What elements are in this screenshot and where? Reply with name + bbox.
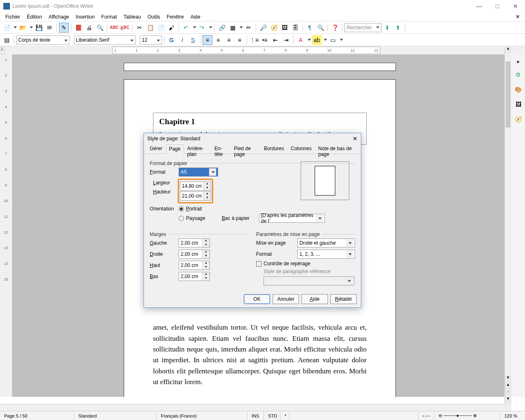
email-icon[interactable]: ✉ xyxy=(45,23,54,33)
gallery-icon[interactable]: 🖼 xyxy=(280,23,290,33)
paragraph-2[interactable]: amet, eleifend vestibulum tortor. Ut vel… xyxy=(153,322,367,387)
open-dropdown[interactable] xyxy=(30,26,33,28)
status-page[interactable]: Page 5 / 50 xyxy=(0,411,74,420)
nonprinting-icon[interactable]: ¶ xyxy=(305,23,315,33)
open-icon[interactable]: 📂 xyxy=(18,23,28,33)
margin-left-spin[interactable]: ▲▼ xyxy=(179,238,210,248)
minimize-button[interactable]: — xyxy=(473,3,485,9)
menu-fenetre[interactable]: Fenêtre xyxy=(164,13,186,21)
status-lang[interactable]: Français (France) xyxy=(157,411,247,420)
styles-dialog-icon[interactable]: ▤ xyxy=(2,35,12,45)
table-dropdown[interactable] xyxy=(240,26,243,28)
reset-button[interactable]: Rétablir xyxy=(330,294,357,304)
tab-arriere-plan[interactable]: Arrière-plan xyxy=(184,144,211,153)
zoom-icon[interactable]: 🔍 xyxy=(315,23,325,33)
spellcheck-icon[interactable]: ABC xyxy=(109,23,119,33)
menu-aide[interactable]: Aide xyxy=(188,13,203,21)
menu-affichage[interactable]: Affichage xyxy=(46,13,72,21)
sidebar-navigator-icon[interactable]: 🧭 xyxy=(514,115,523,124)
paste-icon[interactable]: 📄 xyxy=(156,23,166,33)
register-checkbox[interactable] xyxy=(256,261,261,267)
status-view-icons[interactable]: ▫ ▫ ▫ xyxy=(418,411,434,420)
status-std[interactable]: STD xyxy=(264,411,280,420)
bg-color-icon[interactable]: ▭ xyxy=(328,35,338,45)
font-color-icon[interactable]: A xyxy=(296,35,306,45)
find-next-icon[interactable]: ⬇ xyxy=(382,23,392,33)
width-input[interactable] xyxy=(180,182,203,190)
sidebar-properties-icon[interactable]: ⚙ xyxy=(514,70,523,79)
font-name-combo[interactable]: Liberation Serif xyxy=(74,35,136,45)
horizontal-ruler[interactable]: 1123456789101112 xyxy=(112,47,380,54)
increase-indent-icon[interactable]: ⇥ xyxy=(281,35,291,45)
status-ins[interactable]: INS xyxy=(247,411,264,420)
show-draw-icon[interactable]: ✏ xyxy=(244,23,254,33)
decrease-indent-icon[interactable]: ⇤ xyxy=(271,35,280,45)
redo-icon[interactable]: ↷ xyxy=(197,23,207,33)
height-input[interactable] xyxy=(180,192,203,200)
sidebar-gallery-icon[interactable]: 🖼 xyxy=(514,100,523,109)
find-icon[interactable]: 🔎 xyxy=(258,23,268,33)
print-preview-icon[interactable]: 🔍 xyxy=(95,23,105,33)
tray-select[interactable]: [D'après les paramètres de l' xyxy=(259,214,325,223)
tab-bordures[interactable]: Bordures xyxy=(261,144,287,153)
vertical-ruler[interactable]: 123456789101112131415 xyxy=(0,54,12,397)
export-pdf-icon[interactable]: 📕 xyxy=(73,23,83,33)
bg-color-dropdown[interactable] xyxy=(340,39,343,41)
font-color-dropdown[interactable] xyxy=(308,39,311,41)
navigator-icon[interactable]: 🧭 xyxy=(269,23,279,33)
margin-right-spin[interactable]: ▲▼ xyxy=(179,250,210,259)
highlight-dropdown[interactable] xyxy=(324,39,327,41)
menu-tableau[interactable]: Tableau xyxy=(121,13,144,21)
find-prev-icon[interactable]: ⬆ xyxy=(393,23,403,33)
align-left-icon[interactable]: ≡ xyxy=(202,35,212,45)
horizontal-scrollbar[interactable] xyxy=(0,404,511,411)
save-icon[interactable]: 💾 xyxy=(34,23,44,33)
status-modified[interactable]: * xyxy=(280,411,290,420)
layout-select[interactable]: Droite et gauche xyxy=(297,238,355,248)
hyperlink-icon[interactable]: 🔗 xyxy=(217,23,227,33)
menu-edition[interactable]: Édition xyxy=(24,13,45,21)
paragraph-style-combo[interactable]: Corps de texte xyxy=(16,35,70,45)
height-spin[interactable]: ▲▼ xyxy=(180,191,211,201)
italic-icon[interactable]: I xyxy=(177,35,187,45)
align-right-icon[interactable]: ≡ xyxy=(224,35,234,45)
format-paintbrush-icon[interactable]: 🖌 xyxy=(167,23,177,33)
margin-bottom-spin[interactable]: ▲▼ xyxy=(179,272,210,281)
cancel-button[interactable]: Annuler xyxy=(273,294,299,304)
document-close-button[interactable]: ✕ xyxy=(513,14,523,20)
undo-icon[interactable]: ↶ xyxy=(181,23,191,33)
edit-mode-icon[interactable]: ✎ xyxy=(59,23,69,33)
copy-icon[interactable]: 📋 xyxy=(145,23,155,33)
tab-colonnes[interactable]: Colonnes xyxy=(287,144,315,153)
numfmt-select[interactable]: 1, 2, 3, ... xyxy=(297,250,355,259)
new-doc-icon[interactable]: 📄 xyxy=(2,23,12,33)
bullet-list-icon[interactable]: •≡ xyxy=(260,35,270,45)
table-icon[interactable]: ▦ xyxy=(228,23,238,33)
vertical-scrollbar[interactable]: ▲ ▼ ▲ ◦ ▼ xyxy=(504,46,511,403)
status-style[interactable]: Standard xyxy=(74,411,157,420)
sidebar-expand-icon[interactable]: ▸ xyxy=(517,59,520,64)
menu-format[interactable]: Format xyxy=(99,13,120,21)
auto-spellcheck-icon[interactable]: A̲BC xyxy=(120,23,130,33)
new-doc-dropdown[interactable] xyxy=(14,26,17,28)
tab-gerer[interactable]: Gérer xyxy=(146,144,166,153)
status-zoom[interactable]: 120 % xyxy=(500,411,525,420)
status-zoom-slider[interactable]: ⊖ ────●──── ⊕ xyxy=(434,411,500,420)
help-button[interactable]: Aide xyxy=(301,294,328,304)
dialog-close-icon[interactable]: ✕ xyxy=(353,135,358,142)
redo-dropdown[interactable] xyxy=(209,26,212,28)
print-icon[interactable]: 🖨 xyxy=(84,23,94,33)
cut-icon[interactable]: ✂ xyxy=(134,23,144,33)
underline-icon[interactable]: S xyxy=(188,35,198,45)
align-justify-icon[interactable]: ≡ xyxy=(235,35,245,45)
margin-top-spin[interactable]: ▲▼ xyxy=(179,261,210,270)
heading[interactable]: Chapitre 1 xyxy=(159,117,360,126)
tab-page[interactable]: Page xyxy=(166,144,184,154)
close-button[interactable]: ✕ xyxy=(509,3,522,9)
portrait-radio[interactable] xyxy=(179,206,184,212)
numbered-list-icon[interactable]: ⋮≡ xyxy=(249,35,259,45)
bold-icon[interactable]: G xyxy=(167,35,177,45)
tab-entete[interactable]: En-tête xyxy=(211,144,231,153)
undo-dropdown[interactable] xyxy=(193,26,196,28)
width-spin[interactable]: ▲▼ xyxy=(180,182,211,191)
